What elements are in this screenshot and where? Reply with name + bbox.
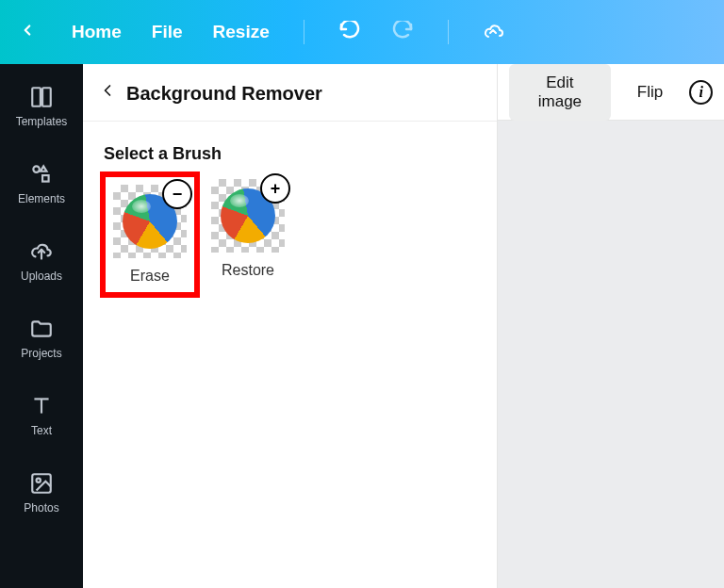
templates-icon — [29, 85, 54, 109]
brush-option-restore[interactable]: + Restore — [211, 179, 285, 279]
sidebar-item-label: Uploads — [21, 270, 62, 283]
sidebar-item-templates[interactable]: Templates — [0, 79, 83, 134]
panel-header: Background Remover — [83, 64, 497, 122]
panel-title: Background Remover — [126, 83, 322, 105]
info-icon[interactable]: i — [689, 80, 713, 105]
toolbar-divider-2 — [448, 20, 449, 44]
sidebar-item-label: Text — [31, 424, 52, 437]
canvas-toolbar: Edit image Flip i — [498, 64, 724, 121]
canvas-area: Edit image Flip i — [498, 64, 724, 588]
svg-rect-0 — [32, 88, 41, 106]
sidebar-item-photos[interactable]: Photos — [0, 466, 83, 520]
sidebar-item-text[interactable]: Text — [0, 388, 83, 443]
uploads-icon — [29, 239, 54, 264]
elements-icon — [29, 162, 54, 187]
home-link[interactable]: Home — [72, 22, 122, 42]
left-sidebar: Templates Elements Uploads Projects Text — [0, 64, 83, 588]
sidebar-item-label: Templates — [16, 115, 68, 128]
brush-swatch-restore: + — [211, 179, 285, 253]
svg-point-8 — [37, 479, 41, 482]
section-label: Select a Brush — [100, 144, 480, 164]
file-menu[interactable]: File — [152, 22, 183, 42]
tool-panel: Background Remover Select a Brush − Eras… — [83, 64, 498, 588]
sidebar-item-projects[interactable]: Projects — [0, 311, 83, 366]
panel-body: Select a Brush − Erase — [83, 122, 497, 320]
brush-option-erase-highlight: − Erase — [100, 172, 200, 298]
sidebar-item-label: Photos — [24, 501, 58, 514]
back-chevron-icon[interactable] — [19, 22, 36, 43]
undo-icon[interactable] — [338, 21, 361, 43]
flip-button[interactable]: Flip — [622, 74, 678, 111]
sidebar-item-label: Elements — [18, 192, 65, 205]
brush-swatch-erase: − — [113, 185, 187, 258]
top-bar: Home File Resize — [0, 0, 724, 64]
brush-row: − Erase + Restore — [100, 172, 480, 298]
brush-label: Erase — [130, 268, 170, 285]
main-area: Templates Elements Uploads Projects Text — [0, 64, 724, 588]
resize-menu[interactable]: Resize — [213, 22, 270, 42]
text-icon — [29, 394, 54, 418]
edit-image-button[interactable]: Edit image — [509, 64, 611, 121]
svg-rect-3 — [42, 175, 49, 182]
panel-back-icon[interactable] — [98, 81, 117, 106]
sidebar-item-uploads[interactable]: Uploads — [0, 234, 83, 288]
brush-label: Restore — [222, 262, 274, 279]
svg-point-2 — [33, 166, 40, 172]
brush-option-restore-wrapper: + Restore — [204, 172, 292, 286]
cloud-sync-icon[interactable] — [483, 21, 505, 43]
sidebar-item-elements[interactable]: Elements — [0, 156, 83, 211]
brush-option-erase[interactable]: − Erase — [113, 185, 187, 285]
minus-badge-icon: − — [162, 179, 192, 209]
svg-rect-1 — [42, 88, 51, 106]
redo-icon[interactable] — [391, 21, 414, 43]
plus-badge-icon: + — [260, 173, 290, 204]
photos-icon — [29, 471, 54, 496]
projects-icon — [29, 317, 54, 341]
toolbar-divider — [304, 20, 304, 44]
sidebar-item-label: Projects — [21, 347, 61, 360]
